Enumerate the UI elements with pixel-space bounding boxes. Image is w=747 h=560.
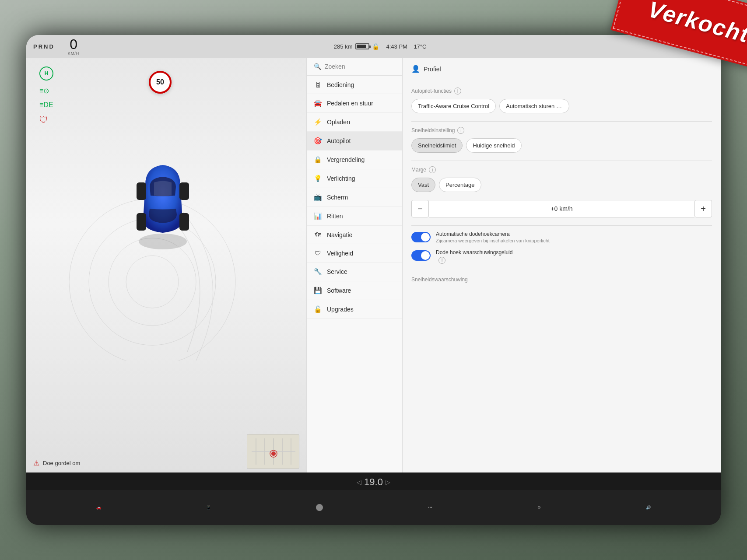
- toggle-2-info-icon[interactable]: i: [438, 257, 445, 264]
- taskbar: 🚗 📱 ••• ⚙ 🔊: [26, 490, 721, 525]
- car-3d-view: [128, 150, 198, 256]
- warning-triangle-icon: ⚠: [33, 459, 39, 467]
- steering-right-arrow: ▷: [386, 479, 390, 486]
- auto-steer-btn[interactable]: Automatisch sturen (be...: [499, 99, 569, 113]
- menu-label-opladen: Opladen: [327, 119, 350, 126]
- menu-item-autopilot[interactable]: 🎯 Autopilot: [307, 132, 402, 150]
- headlight-icon: ≡⊙: [39, 87, 49, 95]
- speed-setting-buttons: Snelheidslimiet Huidige snelheid: [411, 138, 712, 153]
- verkocht-text: Verkocht: [645, 0, 747, 48]
- menu-label-software: Software: [327, 287, 351, 294]
- range-info: 285 km 🔒: [334, 43, 379, 50]
- range-value: 285 km: [334, 43, 353, 50]
- taskbar-volume-icon[interactable]: 🔊: [646, 505, 651, 510]
- margin-buttons: Vast Percentage: [411, 178, 712, 192]
- svg-point-0: [126, 256, 179, 308]
- dots-taskbar-icon: •••: [428, 505, 432, 510]
- traffic-aware-btn[interactable]: Traffic-Aware Cruise Control: [411, 99, 496, 113]
- menu-label-bediening: Bediening: [327, 81, 354, 88]
- svg-rect-5: [137, 182, 146, 200]
- svg-rect-7: [179, 182, 189, 200]
- taskbar-dots-icon[interactable]: •••: [428, 505, 432, 510]
- speed-display: 0 KM/H: [68, 37, 80, 56]
- stepper-minus-btn[interactable]: −: [411, 200, 429, 217]
- menu-item-ritten[interactable]: 📊 Ritten: [307, 207, 402, 226]
- hazard-circle-icon: H: [39, 66, 53, 80]
- upgrades-icon: 🔓: [314, 305, 322, 313]
- current-time: 4:43 PM: [386, 43, 407, 50]
- margin-title: Marge i: [411, 166, 712, 173]
- left-icons-panel: H ≡⊙ ≡DE 🛡: [39, 66, 53, 125]
- dodehoekcamera-toggle[interactable]: [411, 232, 431, 242]
- seatbelt-warning: ⚠ Doe gordel om: [33, 459, 80, 467]
- car-visualization-panel: H ≡⊙ ≡DE 🛡 50: [26, 58, 306, 472]
- steering-info: ◁ 19.0 ▷: [357, 476, 390, 488]
- divider-4: [411, 225, 712, 226]
- menu-item-navigatie[interactable]: 🗺 Navigatie: [307, 226, 402, 244]
- taskbar-settings-icon[interactable]: ⚙: [537, 505, 541, 510]
- svg-rect-8: [179, 213, 189, 231]
- menu-label-upgrades: Upgrades: [327, 306, 354, 313]
- autopilot-icon: 🎯: [314, 137, 322, 145]
- menu-label-vergrendeling: Vergrendeling: [327, 156, 365, 163]
- scherm-icon: 📺: [314, 193, 322, 201]
- volume-taskbar-icon: 🔊: [646, 505, 651, 510]
- dodehoek-geluid-toggle[interactable]: [411, 250, 431, 261]
- divider-2: [411, 121, 712, 122]
- menu-item-bediening[interactable]: 🎛 Bediening: [307, 76, 402, 94]
- settings-taskbar-icon: ⚙: [537, 505, 541, 510]
- seatbelt-icon: 🛡: [39, 115, 48, 125]
- time-display: 4:43 PM 17°C: [386, 43, 427, 50]
- camera-dot: [316, 504, 323, 511]
- menu-item-verlichting[interactable]: 💡 Verlichting: [307, 169, 402, 188]
- menu-item-veiligheid[interactable]: 🛡 Veiligheid: [307, 244, 402, 262]
- menu-item-upgrades[interactable]: 🔓 Upgrades: [307, 300, 402, 319]
- menu-label-ritten: Ritten: [327, 213, 343, 220]
- margin-info-icon[interactable]: i: [429, 166, 436, 173]
- vergrendeling-icon: 🔒: [314, 156, 322, 164]
- search-icon: 🔍: [314, 63, 321, 70]
- mini-map[interactable]: [247, 434, 299, 469]
- search-placeholder: Zoeken: [325, 63, 345, 70]
- speed-number: 0: [70, 37, 77, 51]
- svg-point-16: [271, 452, 276, 456]
- taskbar-phone-icon[interactable]: 📱: [206, 505, 211, 510]
- verkocht-banner-container: Verkocht: [563, 0, 747, 88]
- functions-info-icon[interactable]: i: [454, 88, 461, 94]
- percentage-btn[interactable]: Percentage: [439, 178, 481, 192]
- menu-item-scherm[interactable]: 📺 Scherm: [307, 188, 402, 207]
- menu-label-pedalen: Pedalen en stuur: [327, 100, 373, 107]
- main-content: H ≡⊙ ≡DE 🛡 50: [26, 58, 721, 472]
- speed-setting-title-text: Snelheidsinstelling: [411, 127, 455, 133]
- toggle-1-labels: Automatische dodehoekcamera Zijcamera we…: [436, 231, 550, 243]
- divider-3: [411, 161, 712, 161]
- toggle-1-label: Automatische dodehoekcamera: [436, 231, 550, 237]
- stepper-value: +0 km/h: [429, 200, 694, 217]
- menu-item-pedalen[interactable]: 🚘 Pedalen en stuur: [307, 94, 402, 113]
- navigatie-icon: 🗺: [314, 231, 322, 238]
- menu-item-software[interactable]: 💾 Software: [307, 281, 402, 300]
- tesla-dashboard: PRND 0 KM/H 285 km 🔒 4:43 PM 17°C: [26, 35, 721, 525]
- warning-text: Doe gordel om: [43, 460, 80, 466]
- toggle-row-1: Automatische dodehoekcamera Zijcamera we…: [411, 231, 712, 243]
- toggle-2-labels: Dode hoek waarschuwingsgeluid i: [436, 249, 512, 264]
- vast-btn[interactable]: Vast: [411, 178, 435, 192]
- search-bar[interactable]: 🔍 Zoeken: [307, 58, 402, 76]
- functions-title-text: Autopilot-functies: [411, 88, 452, 94]
- gear-indicator: PRND: [33, 43, 55, 50]
- speed-limit-value: 50: [156, 78, 164, 86]
- menu-item-service[interactable]: 🔧 Service: [307, 262, 402, 281]
- speed-setting-info-icon[interactable]: i: [457, 127, 464, 134]
- speed-limit-btn[interactable]: Snelheidslimiet: [411, 138, 463, 153]
- menu-item-opladen[interactable]: ⚡ Opladen: [307, 113, 402, 132]
- taskbar-car-icon[interactable]: 🚗: [96, 505, 101, 510]
- divider-5: [411, 271, 712, 271]
- current-speed-btn[interactable]: Huidige snelheid: [466, 138, 521, 153]
- opladen-icon: ⚡: [314, 118, 322, 126]
- margin-section: Marge i Vast Percentage − +0 km/h +: [411, 166, 712, 217]
- software-icon: 💾: [314, 287, 322, 294]
- menu-item-vergrendeling[interactable]: 🔒 Vergrendeling: [307, 150, 402, 169]
- stepper-plus-btn[interactable]: +: [694, 200, 712, 217]
- speed-setting-title: Snelheidsinstelling i: [411, 127, 712, 134]
- mini-map-inner: [247, 434, 299, 469]
